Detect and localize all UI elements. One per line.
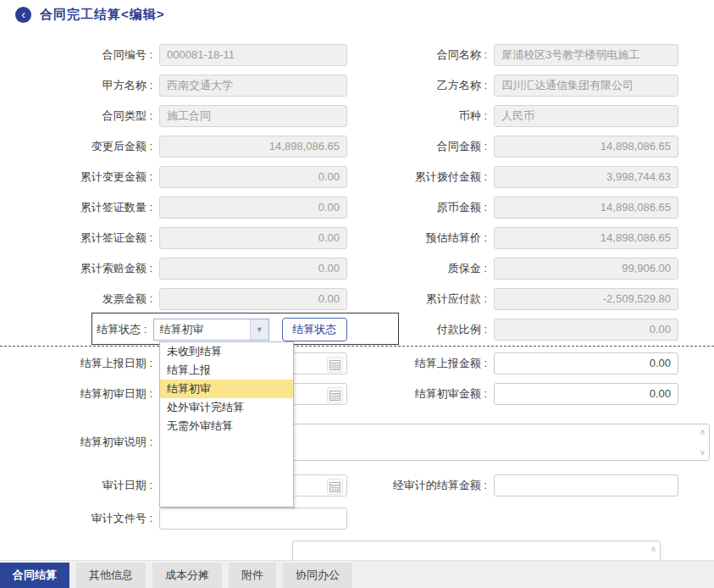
report-date-label: 结算上报日期 : <box>17 356 152 371</box>
status-dropdown-panel: 未收到结算 结算上报 结算初审 处外审计完结算 无需外审结算 <box>159 341 294 508</box>
dropdown-option-report[interactable]: 结算上报 <box>160 361 293 380</box>
review-date-label: 结算初审日期 : <box>17 386 152 402</box>
chevron-down-icon[interactable]: ∨ <box>700 448 706 457</box>
dropdown-option-external-audit-done[interactable]: 处外审计完结算 <box>160 398 293 417</box>
original-currency-amount-label: 原币金额 : <box>381 200 487 215</box>
estimated-settlement-label: 预估结算价 : <box>381 230 487 246</box>
contract-settlement-edit-screen: ‹ 合同完工结算<编辑> 合同编号 : 000081-18-11 合同名称 : … <box>0 0 714 588</box>
review-amount-label: 结算初审金额 : <box>381 386 487 402</box>
cumulative-visa-amount-field: 0.00 <box>159 227 347 249</box>
contract-type-label: 合同类型 : <box>17 108 152 124</box>
cumulative-allocated-label: 累计拨付金额 : <box>381 169 487 185</box>
party-b-field: 四川汇达通信集团有限公司 <box>494 75 678 97</box>
amount-after-change-label: 变更后金额 : <box>17 139 152 154</box>
tab-other-info[interactable]: 其他信息 <box>76 563 146 588</box>
invoice-amount-label: 发票金额 : <box>17 291 152 307</box>
cumulative-allocated-field: 3,998,744.63 <box>494 166 678 188</box>
review-note-row: 结算初审说明 : ∧ ∨ <box>0 424 714 461</box>
calendar-icon[interactable] <box>327 387 343 403</box>
audited-settlement-amount-input[interactable] <box>494 474 678 496</box>
form-grid: 合同编号 : 000081-18-11 合同名称 : 犀浦校区3号教学楼弱电施工… <box>0 40 714 345</box>
chevron-up-icon[interactable]: ∧ <box>650 545 656 553</box>
form-row: 甲方名称 : 西南交通大学 乙方名称 : 四川汇达通信集团有限公司 <box>0 70 714 101</box>
amount-after-change-field: 14,898,086.65 <box>159 136 347 158</box>
chevron-up-icon[interactable]: ∧ <box>700 428 706 436</box>
dropdown-option-not-received[interactable]: 未收到结算 <box>160 342 293 361</box>
contract-amount-field: 14,898,086.65 <box>494 136 678 158</box>
form-row: 结算初审日期 : 结算初审金额 : 0.00 <box>0 379 714 409</box>
audit-doc-no-input[interactable] <box>159 508 347 530</box>
contract-name-label: 合同名称 : <box>381 47 487 63</box>
audit-doc-no-label: 审计文件号 : <box>17 511 152 526</box>
status-select-value: 结算初审 <box>154 319 249 340</box>
initial-review-amount-input[interactable]: 0.00 <box>494 383 678 405</box>
retention-money-field: 99,906.00 <box>494 258 678 280</box>
review-note-label: 结算初审说明 : <box>17 435 152 450</box>
tab-collaboration[interactable]: 协同办公 <box>283 563 352 588</box>
contract-amount-label: 合同金额 : <box>381 139 487 154</box>
form-row: 累计变更金额 : 0.00 累计拨付金额 : 3,998,744.63 <box>0 162 714 192</box>
cumulative-payable-label: 累计应付款 : <box>381 291 487 307</box>
form-row: 累计签证数量 : 0.00 原币金额 : 14,898,086.65 <box>0 192 714 223</box>
audited-amount-label: 经审计的结算金额 : <box>381 478 487 493</box>
cumulative-change-amount-label: 累计变更金额 : <box>17 169 152 185</box>
page-header: ‹ 合同完工结算<编辑> <box>15 7 165 23</box>
contract-type-field: 施工合同 <box>159 105 347 127</box>
cumulative-payable-field: -2,509,529.80 <box>494 288 678 310</box>
calendar-icon[interactable] <box>327 479 343 495</box>
cumulative-visa-qty-field: 0.00 <box>159 197 347 219</box>
cumulative-visa-amount-label: 累计签证金额 : <box>17 230 152 246</box>
contract-name-field: 犀浦校区3号教学楼弱电施工 <box>494 44 678 66</box>
bottom-tab-bar: 合同结算 其他信息 成本分摊 附件 协同办公 <box>0 560 714 588</box>
currency-field: 人民币 <box>494 105 678 127</box>
status-select[interactable]: 结算初审 ▼ <box>153 319 268 341</box>
back-icon[interactable]: ‹ <box>15 7 31 23</box>
form-row: 累计索赔金额 : 0.00 质保金 : 99,906.00 <box>0 253 714 284</box>
invoice-amount-field: 0.00 <box>159 288 347 310</box>
dashed-divider <box>0 346 714 347</box>
payment-ratio-field: 0.00 <box>494 319 678 341</box>
payment-ratio-label: 付款比例 : <box>381 322 487 337</box>
form-row: 发票金额 : 0.00 累计应付款 : -2,509,529.80 <box>0 284 714 314</box>
form-row: 变更后金额 : 14,898,086.65 合同金额 : 14,898,086.… <box>0 131 714 162</box>
cumulative-claim-amount-field: 0.00 <box>159 258 347 280</box>
cumulative-visa-qty-label: 累计签证数量 : <box>17 200 152 215</box>
settlement-report-amount-input[interactable]: 0.00 <box>494 352 678 374</box>
form-row: 合同类型 : 施工合同 币种 : 人民币 <box>0 101 714 131</box>
original-currency-amount-field: 14,898,086.65 <box>494 197 678 219</box>
dropdown-option-initial-review[interactable]: 结算初审 <box>160 380 293 398</box>
form-row: 结算上报日期 : 结算上报金额 : 0.00 <box>0 348 714 379</box>
tab-attachments[interactable]: 附件 <box>229 563 276 588</box>
form-row: 累计签证金额 : 0.00 预估结算价 : 14,898,086.65 <box>0 223 714 253</box>
estimated-settlement-field: 14,898,086.65 <box>494 227 678 249</box>
settlement-detail-section: 结算上报日期 : 结算上报金额 : 0.00 结算初审日期 : <box>0 348 714 563</box>
cumulative-claim-amount-label: 累计索赔金额 : <box>17 261 152 276</box>
retention-money-label: 质保金 : <box>381 261 487 276</box>
tab-contract-settlement[interactable]: 合同结算 <box>0 563 69 588</box>
status-button[interactable]: 结算状态 <box>282 318 347 341</box>
currency-label: 币种 : <box>381 108 487 124</box>
status-label: 结算状态 : <box>17 322 147 337</box>
party-a-label: 甲方名称 : <box>17 78 152 93</box>
status-row: 结算状态 : 结算初审 ▼ 结算状态 付款比例 : 0.00 <box>0 314 714 345</box>
calendar-icon[interactable] <box>327 357 343 373</box>
tab-cost-allocation[interactable]: 成本分摊 <box>152 563 222 588</box>
form-row: 合同编号 : 000081-18-11 合同名称 : 犀浦校区3号教学楼弱电施工 <box>0 40 714 70</box>
chevron-down-icon[interactable]: ▼ <box>250 319 268 340</box>
dropdown-option-no-external-audit[interactable]: 无需外审结算 <box>160 417 293 435</box>
form-row: 审计日期 : 经审计的结算金额 : <box>0 470 714 501</box>
audit-date-label: 审计日期 : <box>17 478 152 493</box>
contract-code-label: 合同编号 : <box>17 47 152 63</box>
party-a-field: 西南交通大学 <box>159 75 347 97</box>
party-b-label: 乙方名称 : <box>381 78 487 93</box>
form-row: 审计文件号 : <box>0 503 714 534</box>
contract-code-field: 000081-18-11 <box>159 44 347 66</box>
page-title: 合同完工结算<编辑> <box>40 7 165 23</box>
cumulative-change-amount-field: 0.00 <box>159 166 347 188</box>
report-amount-label: 结算上报金额 : <box>381 356 487 371</box>
